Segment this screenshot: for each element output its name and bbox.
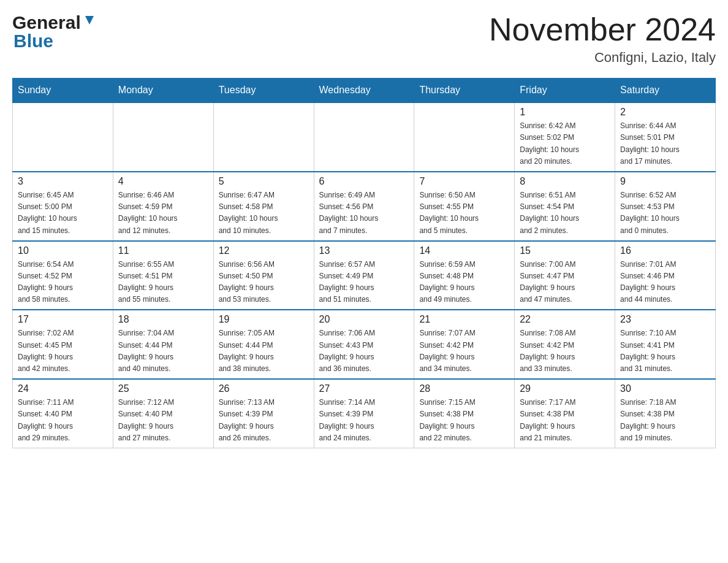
day-number: 12 xyxy=(219,245,309,256)
calendar-cell: 13Sunrise: 6:57 AM Sunset: 4:49 PM Dayli… xyxy=(314,241,414,310)
calendar-cell: 12Sunrise: 6:56 AM Sunset: 4:50 PM Dayli… xyxy=(213,241,314,310)
day-info: Sunrise: 7:14 AM Sunset: 4:39 PM Dayligh… xyxy=(319,397,409,444)
day-number: 18 xyxy=(118,314,208,325)
day-number: 22 xyxy=(520,314,610,325)
day-number: 17 xyxy=(18,314,108,325)
title-block: November 2024 Configni, Lazio, Italy xyxy=(489,12,716,66)
day-info: Sunrise: 6:46 AM Sunset: 4:59 PM Dayligh… xyxy=(118,190,208,237)
day-info: Sunrise: 6:51 AM Sunset: 4:54 PM Dayligh… xyxy=(520,190,610,237)
weekday-header-wednesday: Wednesday xyxy=(314,79,414,103)
day-info: Sunrise: 7:00 AM Sunset: 4:47 PM Dayligh… xyxy=(520,259,610,306)
day-number: 25 xyxy=(118,383,208,394)
day-info: Sunrise: 6:55 AM Sunset: 4:51 PM Dayligh… xyxy=(118,259,208,306)
day-info: Sunrise: 7:07 AM Sunset: 4:42 PM Dayligh… xyxy=(419,327,509,375)
day-info: Sunrise: 6:56 AM Sunset: 4:50 PM Dayligh… xyxy=(219,259,309,306)
calendar-cell: 10Sunrise: 6:54 AM Sunset: 4:52 PM Dayli… xyxy=(13,241,113,310)
calendar-cell: 17Sunrise: 7:02 AM Sunset: 4:45 PM Dayli… xyxy=(13,310,113,379)
calendar-cell xyxy=(113,102,213,172)
calendar-cell: 30Sunrise: 7:18 AM Sunset: 4:38 PM Dayli… xyxy=(615,379,716,448)
day-number: 29 xyxy=(520,383,610,394)
calendar-cell: 20Sunrise: 7:06 AM Sunset: 4:43 PM Dayli… xyxy=(314,310,414,379)
calendar-cell: 25Sunrise: 7:12 AM Sunset: 4:40 PM Dayli… xyxy=(113,379,213,448)
logo: General Blue xyxy=(12,12,96,52)
day-number: 9 xyxy=(620,176,710,187)
calendar-cell: 2Sunrise: 6:44 AM Sunset: 5:01 PM Daylig… xyxy=(615,102,716,172)
day-info: Sunrise: 7:06 AM Sunset: 4:43 PM Dayligh… xyxy=(319,327,409,375)
calendar-cell: 24Sunrise: 7:11 AM Sunset: 4:40 PM Dayli… xyxy=(13,379,113,448)
calendar-cell: 1Sunrise: 6:42 AM Sunset: 5:02 PM Daylig… xyxy=(515,102,615,172)
week-row-1: 1Sunrise: 6:42 AM Sunset: 5:02 PM Daylig… xyxy=(13,102,716,172)
week-row-3: 10Sunrise: 6:54 AM Sunset: 4:52 PM Dayli… xyxy=(13,241,716,310)
page-header: General Blue November 2024 Configni, Laz… xyxy=(12,12,716,66)
day-info: Sunrise: 7:11 AM Sunset: 4:40 PM Dayligh… xyxy=(18,397,108,444)
day-info: Sunrise: 7:15 AM Sunset: 4:38 PM Dayligh… xyxy=(419,397,509,444)
weekday-header-monday: Monday xyxy=(113,79,213,103)
page-title: November 2024 xyxy=(489,12,716,47)
day-info: Sunrise: 7:05 AM Sunset: 4:44 PM Dayligh… xyxy=(219,327,309,375)
calendar-cell: 21Sunrise: 7:07 AM Sunset: 4:42 PM Dayli… xyxy=(414,310,515,379)
day-info: Sunrise: 6:57 AM Sunset: 4:49 PM Dayligh… xyxy=(319,259,409,306)
calendar-table: SundayMondayTuesdayWednesdayThursdayFrid… xyxy=(12,78,716,448)
day-number: 28 xyxy=(419,383,509,394)
calendar-cell xyxy=(13,102,113,172)
day-info: Sunrise: 7:17 AM Sunset: 4:38 PM Dayligh… xyxy=(520,397,610,444)
calendar-cell xyxy=(414,102,515,172)
day-number: 24 xyxy=(18,383,108,394)
day-number: 13 xyxy=(319,245,409,256)
week-row-2: 3Sunrise: 6:45 AM Sunset: 5:00 PM Daylig… xyxy=(13,172,716,241)
weekday-header-sunday: Sunday xyxy=(13,79,113,103)
day-number: 14 xyxy=(419,245,509,256)
day-info: Sunrise: 7:04 AM Sunset: 4:44 PM Dayligh… xyxy=(118,327,208,375)
page-subtitle: Configni, Lazio, Italy xyxy=(489,50,716,66)
calendar-cell: 23Sunrise: 7:10 AM Sunset: 4:41 PM Dayli… xyxy=(615,310,716,379)
day-info: Sunrise: 7:08 AM Sunset: 4:42 PM Dayligh… xyxy=(520,327,610,375)
day-info: Sunrise: 6:44 AM Sunset: 5:01 PM Dayligh… xyxy=(620,120,710,167)
day-number: 23 xyxy=(620,314,710,325)
day-number: 6 xyxy=(319,176,409,187)
day-info: Sunrise: 6:47 AM Sunset: 4:58 PM Dayligh… xyxy=(219,190,309,237)
day-number: 30 xyxy=(620,383,710,394)
calendar-cell: 4Sunrise: 6:46 AM Sunset: 4:59 PM Daylig… xyxy=(113,172,213,241)
weekday-header-saturday: Saturday xyxy=(615,79,716,103)
day-info: Sunrise: 7:01 AM Sunset: 4:46 PM Dayligh… xyxy=(620,259,710,306)
calendar-cell xyxy=(314,102,414,172)
calendar-cell: 9Sunrise: 6:52 AM Sunset: 4:53 PM Daylig… xyxy=(615,172,716,241)
calendar-cell: 8Sunrise: 6:51 AM Sunset: 4:54 PM Daylig… xyxy=(515,172,615,241)
weekday-header-row: SundayMondayTuesdayWednesdayThursdayFrid… xyxy=(13,79,716,103)
day-number: 27 xyxy=(319,383,409,394)
weekday-header-friday: Friday xyxy=(515,79,615,103)
day-number: 19 xyxy=(219,314,309,325)
day-number: 10 xyxy=(18,245,108,256)
week-row-5: 24Sunrise: 7:11 AM Sunset: 4:40 PM Dayli… xyxy=(13,379,716,448)
logo-blue-text: Blue xyxy=(12,31,96,52)
calendar-cell: 14Sunrise: 6:59 AM Sunset: 4:48 PM Dayli… xyxy=(414,241,515,310)
day-number: 2 xyxy=(620,107,710,118)
day-number: 1 xyxy=(520,107,610,118)
calendar-cell: 28Sunrise: 7:15 AM Sunset: 4:38 PM Dayli… xyxy=(414,379,515,448)
calendar-cell xyxy=(213,102,314,172)
day-number: 21 xyxy=(419,314,509,325)
day-info: Sunrise: 6:52 AM Sunset: 4:53 PM Dayligh… xyxy=(620,190,710,237)
calendar-cell: 27Sunrise: 7:14 AM Sunset: 4:39 PM Dayli… xyxy=(314,379,414,448)
day-number: 7 xyxy=(419,176,509,187)
calendar-cell: 15Sunrise: 7:00 AM Sunset: 4:47 PM Dayli… xyxy=(515,241,615,310)
day-info: Sunrise: 6:54 AM Sunset: 4:52 PM Dayligh… xyxy=(18,259,108,306)
day-info: Sunrise: 7:12 AM Sunset: 4:40 PM Dayligh… xyxy=(118,397,208,444)
day-info: Sunrise: 6:45 AM Sunset: 5:00 PM Dayligh… xyxy=(18,190,108,237)
day-number: 26 xyxy=(219,383,309,394)
calendar-cell: 6Sunrise: 6:49 AM Sunset: 4:56 PM Daylig… xyxy=(314,172,414,241)
day-number: 20 xyxy=(319,314,409,325)
calendar-cell: 22Sunrise: 7:08 AM Sunset: 4:42 PM Dayli… xyxy=(515,310,615,379)
day-info: Sunrise: 7:18 AM Sunset: 4:38 PM Dayligh… xyxy=(620,397,710,444)
day-info: Sunrise: 7:10 AM Sunset: 4:41 PM Dayligh… xyxy=(620,327,710,375)
calendar-cell: 29Sunrise: 7:17 AM Sunset: 4:38 PM Dayli… xyxy=(515,379,615,448)
calendar-cell: 11Sunrise: 6:55 AM Sunset: 4:51 PM Dayli… xyxy=(113,241,213,310)
weekday-header-thursday: Thursday xyxy=(414,79,515,103)
day-info: Sunrise: 6:42 AM Sunset: 5:02 PM Dayligh… xyxy=(520,120,610,167)
day-number: 11 xyxy=(118,245,208,256)
day-info: Sunrise: 6:50 AM Sunset: 4:55 PM Dayligh… xyxy=(419,190,509,237)
svg-marker-0 xyxy=(85,16,94,25)
calendar-cell: 18Sunrise: 7:04 AM Sunset: 4:44 PM Dayli… xyxy=(113,310,213,379)
calendar-cell: 16Sunrise: 7:01 AM Sunset: 4:46 PM Dayli… xyxy=(615,241,716,310)
calendar-cell: 19Sunrise: 7:05 AM Sunset: 4:44 PM Dayli… xyxy=(213,310,314,379)
